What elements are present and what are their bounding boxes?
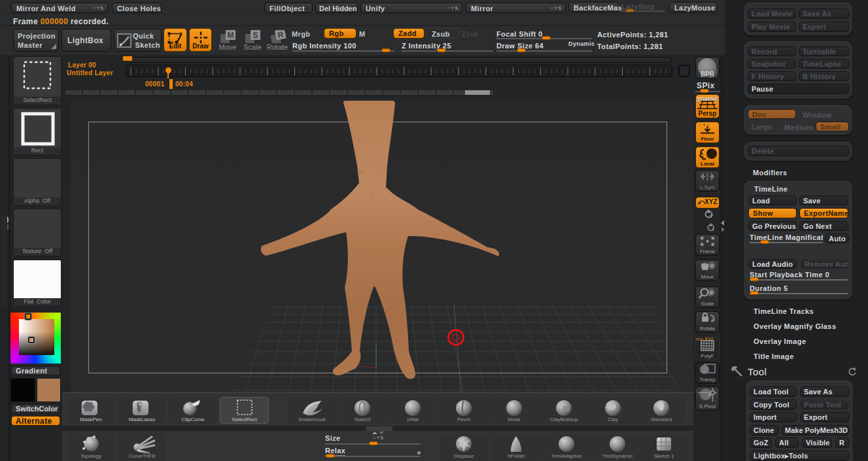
svg-text:Y: Y: [710, 213, 714, 219]
svg-text:M: M: [228, 31, 234, 40]
svg-text:S: S: [252, 31, 258, 40]
svg-text:∷ ▼ ∷: ∷ ▼ ∷: [699, 123, 710, 127]
svg-text:z: z: [712, 227, 714, 231]
